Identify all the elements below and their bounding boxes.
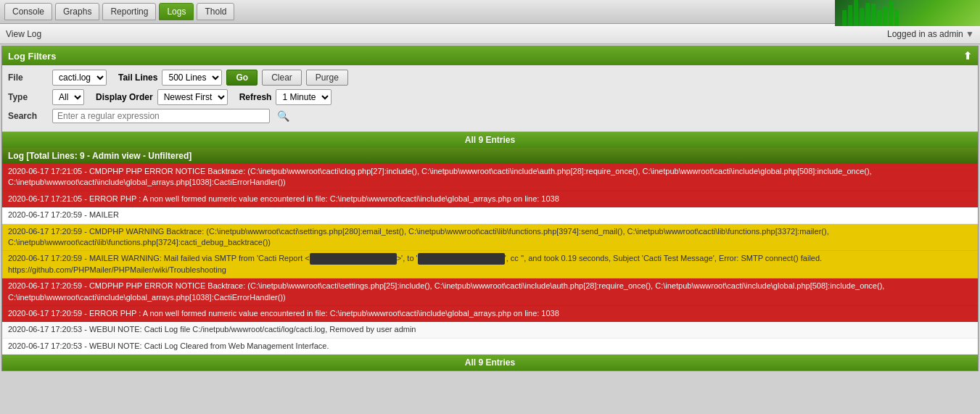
search-icon-button[interactable]: 🔍 bbox=[274, 110, 292, 122]
section-title: Log Filters bbox=[8, 51, 56, 62]
type-select[interactable]: All bbox=[52, 89, 84, 105]
tab-thold[interactable]: Thold bbox=[197, 3, 234, 20]
view-log-bar: View Log Logged in as admin ▼ bbox=[0, 24, 980, 44]
logged-in-text: Logged in as admin ▼ bbox=[887, 29, 974, 39]
filter-row-3: Search 🔍 bbox=[8, 109, 972, 123]
refresh-label: Refresh bbox=[239, 92, 272, 102]
main-container: Log Filters ⬆ File cacti.log Tail Lines … bbox=[1, 46, 979, 371]
redacted-email-1 bbox=[310, 253, 397, 264]
search-label: Search bbox=[8, 111, 48, 121]
log-section-header: Log [Total Lines: 9 - Admin view - Unfil… bbox=[2, 148, 978, 164]
log-row: 2020-06-17 17:20:59 - MAILER bbox=[2, 207, 978, 223]
top-navigation: Console Graphs Reporting Logs Thold bbox=[0, 0, 980, 24]
tail-lines-label: Tail Lines bbox=[118, 73, 157, 83]
type-label: Type bbox=[8, 92, 48, 102]
clear-button[interactable]: Clear bbox=[262, 70, 302, 86]
log-row: 2020-06-17 17:20:53 - WEBUI NOTE: Cacti … bbox=[2, 322, 978, 338]
log-row: 2020-06-17 17:20:59 - MAILER WARNING: Ma… bbox=[2, 251, 978, 278]
tab-reporting[interactable]: Reporting bbox=[102, 3, 156, 20]
filter-area: File cacti.log Tail Lines 500 Lines Go C… bbox=[2, 65, 978, 132]
collapse-icon[interactable]: ⬆ bbox=[963, 50, 972, 62]
log-row: 2020-06-17 17:20:59 - ERROR PHP : A non … bbox=[2, 306, 978, 322]
logo bbox=[835, 0, 980, 26]
tail-lines-select[interactable]: 500 Lines bbox=[162, 70, 222, 86]
tab-graphs[interactable]: Graphs bbox=[55, 3, 99, 20]
log-row: 2020-06-17 17:21:05 - ERROR PHP : A non … bbox=[2, 191, 978, 207]
log-filters-header: Log Filters ⬆ bbox=[2, 46, 978, 65]
filter-row-1: File cacti.log Tail Lines 500 Lines Go C… bbox=[8, 70, 972, 86]
refresh-select[interactable]: 1 Minute bbox=[276, 89, 332, 105]
log-row: 2020-06-17 17:20:59 - CMDPHP WARNING Bac… bbox=[2, 224, 978, 252]
tab-console[interactable]: Console bbox=[4, 3, 52, 20]
redacted-email-2 bbox=[418, 253, 505, 264]
display-order-select[interactable]: Newest First bbox=[157, 89, 228, 105]
tab-logs[interactable]: Logs bbox=[159, 3, 194, 20]
entries-header-bottom: All 9 Entries bbox=[2, 355, 978, 370]
log-row: 2020-06-17 17:21:05 - CMDPHP PHP ERROR N… bbox=[2, 164, 978, 191]
file-select[interactable]: cacti.log bbox=[52, 70, 107, 86]
log-row: 2020-06-17 17:20:53 - WEBUI NOTE: Cacti … bbox=[2, 339, 978, 355]
file-label: File bbox=[8, 73, 48, 83]
display-order-label: Display Order bbox=[96, 92, 153, 102]
purge-button[interactable]: Purge bbox=[306, 70, 348, 86]
filter-row-2: Type All Display Order Newest First Refr… bbox=[8, 89, 972, 105]
log-row: 2020-06-17 17:20:59 - CMDPHP PHP ERROR N… bbox=[2, 278, 978, 306]
log-entries: 2020-06-17 17:21:05 - CMDPHP PHP ERROR N… bbox=[2, 164, 978, 355]
view-log-link[interactable]: View Log bbox=[6, 29, 41, 39]
entries-header-top: All 9 Entries bbox=[2, 132, 978, 148]
search-input[interactable] bbox=[52, 109, 270, 123]
go-button[interactable]: Go bbox=[226, 70, 258, 86]
